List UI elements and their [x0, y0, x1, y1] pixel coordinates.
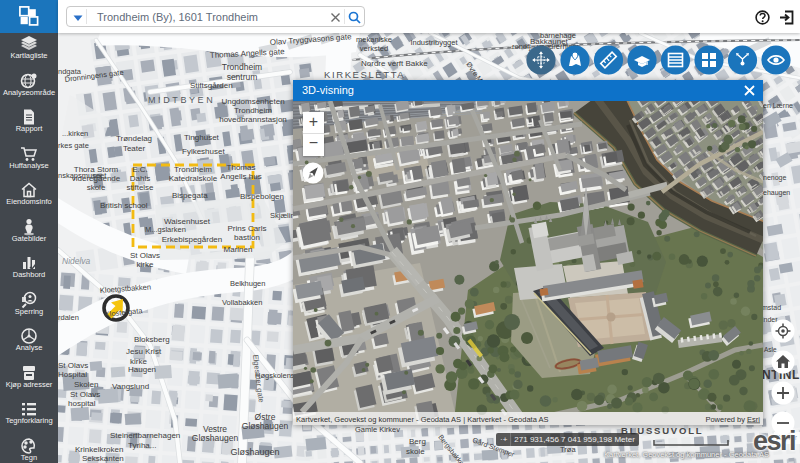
svg-text:Krinkelkroken: Krinkelkroken	[75, 445, 123, 454]
svg-text:E.C.: E.C.	[132, 165, 148, 174]
svg-text:Trondheim: Trondheim	[222, 62, 262, 72]
svg-text:Trøndelag: Trøndelag	[116, 134, 152, 143]
svg-text:ndgata: ndgata	[58, 67, 82, 76]
svg-text:mekaniske: mekaniske	[356, 35, 392, 44]
svg-text:Trondheim: Trondheim	[174, 165, 212, 174]
svg-text:stiftelse: stiftelse	[126, 183, 154, 192]
svg-text:skole: skole	[87, 183, 106, 192]
svg-text:Jesu Krist: Jesu Krist	[126, 347, 162, 356]
svg-text:ehaugen: ehaugen	[763, 189, 790, 197]
svg-text:St Olavs: St Olavs	[58, 361, 88, 370]
svg-text:Sekskanten: Sekskanten	[82, 454, 124, 463]
svg-text:hovedbrannstasjon: hovedbrannstasjon	[219, 115, 287, 124]
svg-text:bastion: bastion	[234, 233, 260, 242]
svg-text:Haugen: Haugen	[128, 365, 156, 374]
svg-text:Marinen: Marinen	[224, 245, 253, 254]
svg-text:Katedralskole: Katedralskole	[169, 174, 218, 183]
svg-text:Prins Carls: Prins Carls	[227, 224, 266, 233]
svg-text:Bloksberg: Bloksberg	[134, 335, 170, 344]
svg-text:Erkebispegården: Erkebispegården	[162, 235, 222, 244]
svg-text:Kartverket, Geovekst og kommun: Kartverket, Geovekst og kommuner - Geoda…	[296, 415, 548, 424]
svg-text:Hospital: Hospital	[58, 370, 87, 379]
svg-text:KIRKESLETTA: KIRKESLETTA	[324, 69, 405, 80]
svg-text:Powered by Esri: Powered by Esri	[705, 415, 760, 424]
svg-text:verksted: verksted	[360, 44, 388, 53]
svg-text:Industribygget: Industribygget	[410, 38, 458, 47]
svg-text:Steinertbarnehagen: Steinertbarnehagen	[110, 431, 180, 440]
svg-text:Thora Storm: Thora Storm	[74, 165, 119, 174]
svg-text:en Lærne: en Lærne	[763, 102, 793, 109]
svg-text:hospital: hospital	[68, 399, 96, 408]
svg-text:Gamle Kirkev: Gamle Kirkev	[355, 425, 400, 434]
svg-text:St Olavs: St Olavs	[130, 251, 160, 260]
svg-text:Trondheim: Trondheim	[234, 106, 272, 115]
svg-text:Berg: Berg	[409, 437, 426, 446]
svg-text:British school: British school	[100, 201, 148, 210]
svg-text:Dahls: Dahls	[130, 174, 150, 183]
svg-text:Vollabakken: Vollabakken	[222, 298, 262, 307]
svg-text:nenoge: nenoge	[763, 174, 786, 182]
svg-text:skole: skole	[406, 447, 425, 456]
svg-text:Teater: Teater	[123, 144, 146, 153]
svg-text:Vangslund: Vangslund	[112, 382, 149, 391]
svg-text:Thomas: Thomas	[227, 163, 256, 172]
svg-text:rdalen: rdalen	[58, 313, 79, 322]
svg-text:rkes gate: rkes gate	[58, 141, 89, 150]
svg-text:Gløshaugen: Gløshaugen	[242, 421, 289, 431]
svg-text:Bispegata: Bispegata	[172, 191, 208, 200]
svg-text:Nidelva: Nidelva	[62, 256, 91, 266]
svg-text:Tinghuset: Tinghuset	[184, 133, 220, 142]
svg-text:Tyriha...: Tyriha...	[128, 441, 156, 450]
svg-text:Fylkeshuset: Fylkeshuset	[182, 147, 225, 156]
svg-text:Ungdomsenheten: Ungdomsenheten	[221, 97, 284, 106]
svg-text:videregående: videregående	[72, 174, 121, 183]
svg-text:kirke: kirke	[137, 260, 154, 269]
svg-text:mstad: mstad	[762, 304, 781, 311]
svg-text:Bispebolgen: Bispebolgen	[240, 192, 284, 201]
svg-text:Gløshaugen: Gløshaugen	[230, 447, 279, 457]
svg-text:Nordre verft Bakke: Nordre verft Bakke	[361, 59, 428, 68]
svg-text:Belkhugen: Belkhugen	[230, 279, 265, 288]
svg-text:Skolen: Skolen	[74, 380, 98, 389]
svg-text:St Olavs: St Olavs	[70, 390, 100, 399]
svg-text:MIDTBYEN: MIDTBYEN	[148, 95, 215, 105]
svg-text:Stiftsgården: Stiftsgården	[190, 81, 233, 90]
svg-text:Gløshaugen: Gløshaugen	[192, 433, 239, 443]
svg-text:M...gslarken: M...gslarken	[145, 225, 186, 234]
svg-text:Trøa: Trøa	[560, 445, 576, 454]
svg-text:Angells hus: Angells hus	[220, 172, 261, 181]
svg-text:...kirken: ...kirken	[62, 129, 88, 138]
